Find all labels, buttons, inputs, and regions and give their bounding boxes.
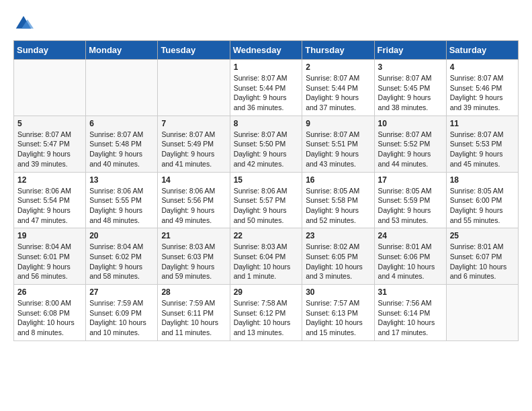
calendar-cell: 20Sunrise: 8:04 AM Sunset: 6:02 PM Dayli… xyxy=(86,228,158,285)
day-number: 30 xyxy=(306,287,370,297)
day-info: Sunrise: 8:07 AM Sunset: 5:52 PM Dayligh… xyxy=(378,130,443,169)
calendar-cell: 21Sunrise: 8:03 AM Sunset: 6:03 PM Dayli… xyxy=(158,228,230,285)
day-number: 11 xyxy=(450,119,515,128)
calendar-cell: 31Sunrise: 7:56 AM Sunset: 6:14 PM Dayli… xyxy=(374,285,446,341)
day-number: 26 xyxy=(17,287,82,297)
day-number: 8 xyxy=(234,119,299,128)
calendar-cell xyxy=(446,285,518,341)
day-info: Sunrise: 8:04 AM Sunset: 6:02 PM Dayligh… xyxy=(89,242,154,281)
day-info: Sunrise: 8:07 AM Sunset: 5:45 PM Dayligh… xyxy=(378,73,443,113)
day-number: 21 xyxy=(161,231,226,240)
calendar-cell: 13Sunrise: 8:06 AM Sunset: 5:55 PM Dayli… xyxy=(86,172,158,228)
day-info: Sunrise: 7:56 AM Sunset: 6:14 PM Dayligh… xyxy=(378,298,443,338)
day-number: 14 xyxy=(161,175,226,185)
calendar-cell: 3Sunrise: 8:07 AM Sunset: 5:45 PM Daylig… xyxy=(374,60,446,116)
day-info: Sunrise: 8:07 AM Sunset: 5:47 PM Dayligh… xyxy=(17,130,82,169)
day-number: 3 xyxy=(378,62,443,72)
day-number: 7 xyxy=(161,119,226,128)
calendar-cell: 14Sunrise: 8:06 AM Sunset: 5:56 PM Dayli… xyxy=(158,172,230,228)
day-info: Sunrise: 8:07 AM Sunset: 5:53 PM Dayligh… xyxy=(450,130,515,169)
day-info: Sunrise: 8:07 AM Sunset: 5:44 PM Dayligh… xyxy=(306,73,370,113)
calendar-cell xyxy=(158,60,230,116)
calendar-cell: 1Sunrise: 8:07 AM Sunset: 5:44 PM Daylig… xyxy=(230,60,302,116)
calendar-cell: 23Sunrise: 8:02 AM Sunset: 6:05 PM Dayli… xyxy=(302,228,374,285)
calendar-cell: 15Sunrise: 8:06 AM Sunset: 5:57 PM Dayli… xyxy=(230,172,302,228)
page-header xyxy=(13,13,519,34)
weekday-header: Sunday xyxy=(14,41,86,60)
day-info: Sunrise: 8:01 AM Sunset: 6:06 PM Dayligh… xyxy=(378,242,443,281)
day-info: Sunrise: 8:00 AM Sunset: 6:08 PM Dayligh… xyxy=(17,298,82,338)
calendar-cell: 30Sunrise: 7:57 AM Sunset: 6:13 PM Dayli… xyxy=(302,285,374,341)
day-info: Sunrise: 8:07 AM Sunset: 5:51 PM Dayligh… xyxy=(306,130,370,169)
day-info: Sunrise: 8:04 AM Sunset: 6:01 PM Dayligh… xyxy=(17,242,82,281)
calendar-cell: 26Sunrise: 8:00 AM Sunset: 6:08 PM Dayli… xyxy=(14,285,86,341)
calendar-cell: 18Sunrise: 8:05 AM Sunset: 6:00 PM Dayli… xyxy=(446,172,518,228)
calendar-cell: 24Sunrise: 8:01 AM Sunset: 6:06 PM Dayli… xyxy=(374,228,446,285)
day-info: Sunrise: 8:01 AM Sunset: 6:07 PM Dayligh… xyxy=(450,242,515,281)
weekday-header: Tuesday xyxy=(158,41,230,60)
day-number: 31 xyxy=(378,287,443,297)
calendar-cell: 27Sunrise: 7:59 AM Sunset: 6:09 PM Dayli… xyxy=(86,285,158,341)
day-info: Sunrise: 8:06 AM Sunset: 5:54 PM Dayligh… xyxy=(17,186,82,226)
calendar-header-row: SundayMondayTuesdayWednesdayThursdayFrid… xyxy=(14,41,519,60)
day-info: Sunrise: 8:06 AM Sunset: 5:57 PM Dayligh… xyxy=(234,186,299,226)
day-number: 2 xyxy=(306,62,370,72)
calendar-cell: 4Sunrise: 8:07 AM Sunset: 5:46 PM Daylig… xyxy=(446,60,518,116)
day-number: 12 xyxy=(17,175,82,185)
calendar-week-row: 12Sunrise: 8:06 AM Sunset: 5:54 PM Dayli… xyxy=(14,172,519,228)
day-info: Sunrise: 7:58 AM Sunset: 6:12 PM Dayligh… xyxy=(234,298,299,338)
day-number: 17 xyxy=(378,175,443,185)
day-info: Sunrise: 8:02 AM Sunset: 6:05 PM Dayligh… xyxy=(306,242,370,281)
day-number: 1 xyxy=(234,62,299,72)
day-info: Sunrise: 8:05 AM Sunset: 6:00 PM Dayligh… xyxy=(450,186,515,226)
calendar-cell: 29Sunrise: 7:58 AM Sunset: 6:12 PM Dayli… xyxy=(230,285,302,341)
calendar-cell: 8Sunrise: 8:07 AM Sunset: 5:50 PM Daylig… xyxy=(230,116,302,172)
calendar-cell: 17Sunrise: 8:05 AM Sunset: 5:59 PM Dayli… xyxy=(374,172,446,228)
day-number: 28 xyxy=(161,287,226,297)
calendar-table: SundayMondayTuesdayWednesdayThursdayFrid… xyxy=(13,40,519,341)
calendar-cell: 19Sunrise: 8:04 AM Sunset: 6:01 PM Dayli… xyxy=(14,228,86,285)
day-info: Sunrise: 8:07 AM Sunset: 5:46 PM Dayligh… xyxy=(450,73,515,113)
day-number: 15 xyxy=(234,175,299,185)
weekday-header: Saturday xyxy=(446,41,518,60)
day-number: 13 xyxy=(89,175,154,185)
calendar-cell: 22Sunrise: 8:03 AM Sunset: 6:04 PM Dayli… xyxy=(230,228,302,285)
calendar-week-row: 26Sunrise: 8:00 AM Sunset: 6:08 PM Dayli… xyxy=(14,285,519,341)
calendar-cell: 11Sunrise: 8:07 AM Sunset: 5:53 PM Dayli… xyxy=(446,116,518,172)
day-number: 20 xyxy=(89,231,154,240)
day-number: 19 xyxy=(17,231,82,240)
day-info: Sunrise: 8:03 AM Sunset: 6:04 PM Dayligh… xyxy=(234,242,299,281)
day-number: 22 xyxy=(234,231,299,240)
day-number: 16 xyxy=(306,175,370,185)
day-number: 6 xyxy=(89,119,154,128)
day-number: 27 xyxy=(89,287,154,297)
day-number: 24 xyxy=(378,231,443,240)
weekday-header: Monday xyxy=(86,41,158,60)
calendar-cell: 25Sunrise: 8:01 AM Sunset: 6:07 PM Dayli… xyxy=(446,228,518,285)
day-info: Sunrise: 8:06 AM Sunset: 5:56 PM Dayligh… xyxy=(161,186,226,226)
weekday-header: Friday xyxy=(374,41,446,60)
calendar-week-row: 1Sunrise: 8:07 AM Sunset: 5:44 PM Daylig… xyxy=(14,60,519,116)
logo xyxy=(13,13,36,34)
day-info: Sunrise: 8:07 AM Sunset: 5:44 PM Dayligh… xyxy=(234,73,299,113)
calendar-cell: 5Sunrise: 8:07 AM Sunset: 5:47 PM Daylig… xyxy=(14,116,86,172)
day-info: Sunrise: 8:05 AM Sunset: 5:59 PM Dayligh… xyxy=(378,186,443,226)
calendar-cell: 28Sunrise: 7:59 AM Sunset: 6:11 PM Dayli… xyxy=(158,285,230,341)
calendar-cell: 9Sunrise: 8:07 AM Sunset: 5:51 PM Daylig… xyxy=(302,116,374,172)
day-info: Sunrise: 8:07 AM Sunset: 5:48 PM Dayligh… xyxy=(89,130,154,169)
day-info: Sunrise: 7:59 AM Sunset: 6:11 PM Dayligh… xyxy=(161,298,226,338)
calendar-cell: 10Sunrise: 8:07 AM Sunset: 5:52 PM Dayli… xyxy=(374,116,446,172)
day-number: 9 xyxy=(306,119,370,128)
day-info: Sunrise: 7:57 AM Sunset: 6:13 PM Dayligh… xyxy=(306,298,370,338)
calendar-week-row: 19Sunrise: 8:04 AM Sunset: 6:01 PM Dayli… xyxy=(14,228,519,285)
day-number: 18 xyxy=(450,175,515,185)
day-info: Sunrise: 8:07 AM Sunset: 5:50 PM Dayligh… xyxy=(234,130,299,169)
calendar-cell xyxy=(86,60,158,116)
day-info: Sunrise: 8:05 AM Sunset: 5:58 PM Dayligh… xyxy=(306,186,370,226)
calendar-week-row: 5Sunrise: 8:07 AM Sunset: 5:47 PM Daylig… xyxy=(14,116,519,172)
calendar-cell xyxy=(14,60,86,116)
day-number: 25 xyxy=(450,231,515,240)
day-number: 5 xyxy=(17,119,82,128)
calendar-cell: 12Sunrise: 8:06 AM Sunset: 5:54 PM Dayli… xyxy=(14,172,86,228)
day-info: Sunrise: 8:03 AM Sunset: 6:03 PM Dayligh… xyxy=(161,242,226,281)
